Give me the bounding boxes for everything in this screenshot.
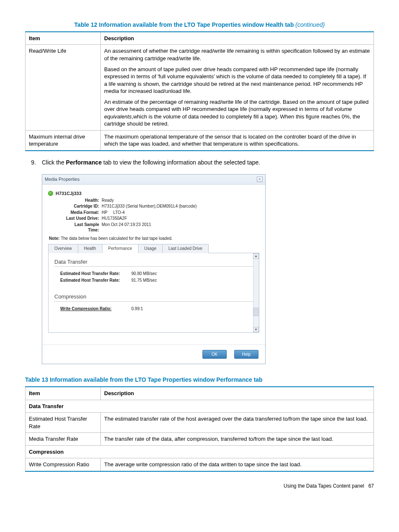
- tab-overview[interactable]: Overview: [48, 244, 78, 253]
- table13-header-desc: Description: [101, 387, 374, 400]
- section-data-transfer: Data Transfer: [54, 258, 253, 267]
- table13-section-compression: Compression: [26, 445, 374, 458]
- table13-caption: Table 13 Information available from the …: [25, 376, 374, 384]
- step-text-after: tab to view the following information ab…: [102, 159, 260, 166]
- table13-r2-item: Media Transfer Rate: [26, 433, 101, 446]
- table12-r1-p2: Based on the amount of tape pulled over …: [104, 66, 370, 95]
- dialog-footer: OK Help: [42, 344, 265, 364]
- lastdrive-value: HU17350A2F: [102, 216, 127, 221]
- dialog-title: Media Properties: [45, 176, 79, 182]
- table12-r1-p3: An estimate of the percentage of remaini…: [104, 98, 370, 128]
- dialog-model-name: H731CJj333: [56, 190, 82, 197]
- cartridge-value: H731CJj333 (Serial Number),OEM091L4 (bar…: [102, 203, 197, 209]
- info-row: Cartridge ID: H731CJj333 (Serial Number)…: [63, 203, 259, 209]
- est-host-rate-2-label: Estimated Host Transfer Rate:: [60, 278, 131, 283]
- lastdrive-label: Last Used Drive:: [63, 216, 102, 221]
- format-value: HP LTO-4: [102, 210, 125, 216]
- section-compression: Compression: [54, 293, 253, 302]
- dialog-model-line: H731CJj333: [48, 190, 259, 197]
- table-row: Read/Write Life An assessment of whether…: [26, 45, 374, 130]
- table12-r2-item: Maximum internal drive temperature: [26, 130, 101, 151]
- est-host-rate-1-label: Estimated Host Transfer Rate:: [60, 271, 131, 277]
- table13-r3-desc: The average write compression ratio of t…: [101, 458, 374, 471]
- lastsample-label: Last Sample Time:: [63, 222, 102, 233]
- tab-last-loaded-drive[interactable]: Last Loaded Drive: [162, 244, 209, 253]
- table12-caption-text: Table 12 Information available from the …: [74, 21, 294, 28]
- dialog-titlebar[interactable]: Media Properties ×: [42, 175, 265, 185]
- format-vendor: HP: [102, 210, 107, 215]
- table-row: Media Transfer Rate The transfer rate of…: [26, 433, 374, 446]
- page-footer: Using the Data Tapes Content panel 67: [25, 483, 374, 489]
- step-text: Click the Performance tab to view the fo…: [42, 159, 374, 167]
- kv-row: Write Compression Ratio: 0.99:1: [60, 306, 253, 312]
- note-line: Note: The data below has been calculated…: [49, 236, 259, 242]
- footer-page: 67: [368, 483, 374, 489]
- scrollbar[interactable]: ▲ ▼: [253, 253, 259, 332]
- table-row: Write Compression Ratio The average writ…: [26, 458, 374, 471]
- table12-r2-desc: The maximum operational temperature of t…: [101, 130, 374, 151]
- note-text: The data below has been calculated for t…: [61, 236, 172, 241]
- est-host-rate-1-value: 90.80 MB/sec: [131, 271, 157, 277]
- table13-r3-item: Write Compression Ratio: [26, 458, 101, 471]
- lastsample-value: Mon Oct 24 07:19:23 2011: [102, 222, 151, 233]
- ok-button[interactable]: OK: [202, 350, 227, 359]
- info-row: Last Used Drive: HU17350A2F: [63, 216, 259, 221]
- footer-text: Using the Data Tapes Content panel: [284, 483, 364, 489]
- table13-r1-desc: The estimated transfer rate of the host …: [101, 413, 374, 433]
- tab-pane-performance: Data Transfer Estimated Host Transfer Ra…: [48, 253, 259, 333]
- write-comp-ratio-label: Write Compression Ratio:: [60, 306, 131, 312]
- cartridge-label: Cartridge ID:: [63, 203, 102, 209]
- info-row: Health: Ready: [63, 198, 259, 203]
- table12-caption: Table 12 Information available from the …: [25, 21, 374, 29]
- table13-r2-desc: The transfer rate of the data, after com…: [101, 433, 374, 446]
- table12-r1-p3b: ,which is the volume of data needed to c…: [104, 113, 360, 127]
- dialog-body: H731CJj333 Health: Ready Cartridge ID: H…: [42, 185, 265, 344]
- tab-performance[interactable]: Performance: [102, 244, 138, 253]
- health-label: Health:: [63, 198, 102, 203]
- table12-r1-item: Read/Write Life: [26, 45, 101, 130]
- info-row: Media Format: HP LTO-4: [63, 210, 259, 216]
- tabstrip: Overview Health Performance Usage Last L…: [48, 244, 259, 253]
- table12-r1-desc: An assessment of whether the cartridge r…: [101, 45, 374, 130]
- info-row: Last Sample Time: Mon Oct 24 07:19:23 20…: [63, 222, 259, 233]
- table13: Item Description Data Transfer Estimated…: [25, 386, 374, 472]
- table12-header-desc: Description: [101, 32, 374, 45]
- scroll-thumb[interactable]: [253, 308, 258, 316]
- media-properties-dialog: Media Properties × H731CJj333 Health: Re…: [42, 174, 266, 364]
- format-type: LTO-4: [113, 210, 125, 215]
- table-row: Estimated Host Transfer Rate The estimat…: [26, 413, 374, 433]
- step-bold: Performance: [66, 159, 102, 166]
- help-button[interactable]: Help: [234, 350, 258, 359]
- note-label: Note:: [49, 236, 60, 241]
- table-row: Maximum internal drive temperature The m…: [26, 130, 374, 151]
- write-comp-ratio-value: 0.99:1: [131, 306, 143, 312]
- step-9: 9. Click the Performance tab to view the…: [25, 159, 374, 167]
- step-text-before: Click the: [42, 159, 66, 166]
- table12-header-item: Item: [26, 32, 101, 45]
- tab-usage[interactable]: Usage: [138, 244, 163, 253]
- table13-r1-item: Estimated Host Transfer Rate: [26, 413, 101, 433]
- step-number: 9.: [25, 159, 42, 167]
- scroll-up-icon[interactable]: ▲: [253, 253, 259, 259]
- health-value: Ready: [102, 198, 114, 203]
- close-icon[interactable]: ×: [257, 177, 263, 182]
- table13-header-item: Item: [26, 387, 101, 400]
- tab-health[interactable]: Health: [78, 244, 102, 253]
- est-host-rate-2-value: 91.75 MB/sec: [131, 278, 157, 283]
- table12-continued: (continued): [295, 21, 325, 28]
- kv-row: Estimated Host Transfer Rate: 90.80 MB/s…: [60, 271, 253, 277]
- format-label: Media Format:: [63, 210, 102, 216]
- table-row: Data Transfer: [26, 400, 374, 413]
- table12: Item Description Read/Write Life An asse…: [25, 31, 374, 151]
- scroll-down-icon[interactable]: ▼: [253, 327, 259, 332]
- table12-r1-p1: An assessment of whether the cartridge r…: [104, 47, 370, 62]
- status-ok-icon: [48, 191, 53, 196]
- table-row: Compression: [26, 445, 374, 458]
- table13-section-data-transfer: Data Transfer: [26, 400, 374, 413]
- kv-row: Estimated Host Transfer Rate: 91.75 MB/s…: [60, 278, 253, 283]
